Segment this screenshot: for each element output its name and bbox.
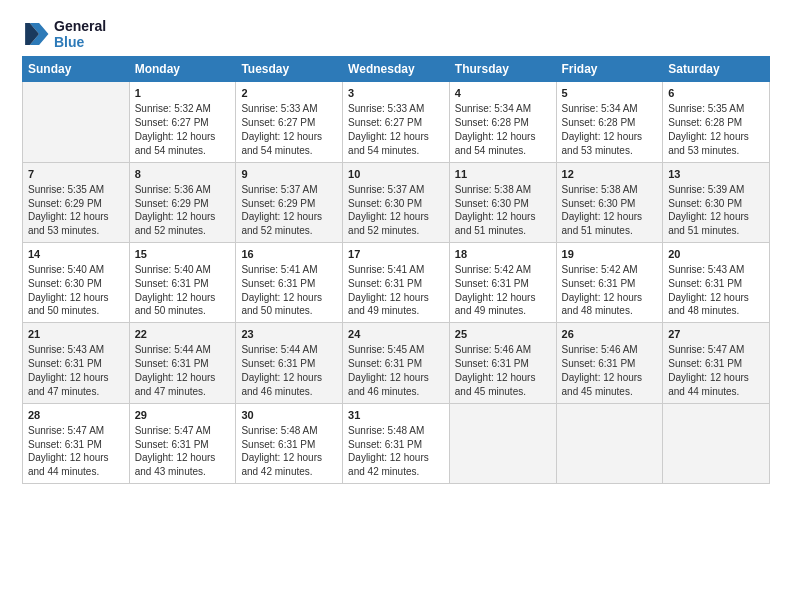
day-number: 28 bbox=[28, 408, 124, 423]
day-info: Sunrise: 5:40 AM Sunset: 6:31 PM Dayligh… bbox=[135, 263, 231, 318]
day-cell: 23Sunrise: 5:44 AM Sunset: 6:31 PM Dayli… bbox=[236, 323, 343, 403]
day-number: 6 bbox=[668, 86, 764, 101]
day-number: 9 bbox=[241, 167, 337, 182]
day-cell: 17Sunrise: 5:41 AM Sunset: 6:31 PM Dayli… bbox=[343, 242, 450, 322]
day-number: 30 bbox=[241, 408, 337, 423]
day-cell: 15Sunrise: 5:40 AM Sunset: 6:31 PM Dayli… bbox=[129, 242, 236, 322]
day-info: Sunrise: 5:43 AM Sunset: 6:31 PM Dayligh… bbox=[668, 263, 764, 318]
day-info: Sunrise: 5:38 AM Sunset: 6:30 PM Dayligh… bbox=[562, 183, 658, 238]
day-number: 19 bbox=[562, 247, 658, 262]
day-info: Sunrise: 5:44 AM Sunset: 6:31 PM Dayligh… bbox=[135, 343, 231, 398]
day-cell: 20Sunrise: 5:43 AM Sunset: 6:31 PM Dayli… bbox=[663, 242, 770, 322]
day-info: Sunrise: 5:41 AM Sunset: 6:31 PM Dayligh… bbox=[348, 263, 444, 318]
day-number: 15 bbox=[135, 247, 231, 262]
day-cell bbox=[663, 403, 770, 483]
day-info: Sunrise: 5:47 AM Sunset: 6:31 PM Dayligh… bbox=[28, 424, 124, 479]
header-cell-monday: Monday bbox=[129, 57, 236, 82]
day-number: 26 bbox=[562, 327, 658, 342]
day-cell: 30Sunrise: 5:48 AM Sunset: 6:31 PM Dayli… bbox=[236, 403, 343, 483]
day-number: 14 bbox=[28, 247, 124, 262]
day-cell: 29Sunrise: 5:47 AM Sunset: 6:31 PM Dayli… bbox=[129, 403, 236, 483]
header-cell-friday: Friday bbox=[556, 57, 663, 82]
day-number: 12 bbox=[562, 167, 658, 182]
day-info: Sunrise: 5:43 AM Sunset: 6:31 PM Dayligh… bbox=[28, 343, 124, 398]
day-cell: 14Sunrise: 5:40 AM Sunset: 6:30 PM Dayli… bbox=[23, 242, 130, 322]
week-row-5: 28Sunrise: 5:47 AM Sunset: 6:31 PM Dayli… bbox=[23, 403, 770, 483]
day-info: Sunrise: 5:48 AM Sunset: 6:31 PM Dayligh… bbox=[241, 424, 337, 479]
day-number: 3 bbox=[348, 86, 444, 101]
day-cell: 31Sunrise: 5:48 AM Sunset: 6:31 PM Dayli… bbox=[343, 403, 450, 483]
day-cell: 25Sunrise: 5:46 AM Sunset: 6:31 PM Dayli… bbox=[449, 323, 556, 403]
day-cell: 19Sunrise: 5:42 AM Sunset: 6:31 PM Dayli… bbox=[556, 242, 663, 322]
day-info: Sunrise: 5:47 AM Sunset: 6:31 PM Dayligh… bbox=[668, 343, 764, 398]
header-row: SundayMondayTuesdayWednesdayThursdayFrid… bbox=[23, 57, 770, 82]
day-number: 29 bbox=[135, 408, 231, 423]
day-cell: 27Sunrise: 5:47 AM Sunset: 6:31 PM Dayli… bbox=[663, 323, 770, 403]
day-info: Sunrise: 5:41 AM Sunset: 6:31 PM Dayligh… bbox=[241, 263, 337, 318]
day-number: 17 bbox=[348, 247, 444, 262]
header: General Blue bbox=[22, 18, 770, 50]
day-cell: 7Sunrise: 5:35 AM Sunset: 6:29 PM Daylig… bbox=[23, 162, 130, 242]
day-cell: 22Sunrise: 5:44 AM Sunset: 6:31 PM Dayli… bbox=[129, 323, 236, 403]
day-cell bbox=[449, 403, 556, 483]
logo-text: General Blue bbox=[54, 18, 106, 50]
day-number: 13 bbox=[668, 167, 764, 182]
header-cell-thursday: Thursday bbox=[449, 57, 556, 82]
day-info: Sunrise: 5:33 AM Sunset: 6:27 PM Dayligh… bbox=[348, 102, 444, 157]
day-info: Sunrise: 5:33 AM Sunset: 6:27 PM Dayligh… bbox=[241, 102, 337, 157]
day-cell: 3Sunrise: 5:33 AM Sunset: 6:27 PM Daylig… bbox=[343, 82, 450, 162]
header-cell-wednesday: Wednesday bbox=[343, 57, 450, 82]
day-cell: 4Sunrise: 5:34 AM Sunset: 6:28 PM Daylig… bbox=[449, 82, 556, 162]
day-number: 25 bbox=[455, 327, 551, 342]
day-number: 16 bbox=[241, 247, 337, 262]
day-cell: 8Sunrise: 5:36 AM Sunset: 6:29 PM Daylig… bbox=[129, 162, 236, 242]
day-number: 21 bbox=[28, 327, 124, 342]
calendar-body: 1Sunrise: 5:32 AM Sunset: 6:27 PM Daylig… bbox=[23, 82, 770, 484]
day-cell bbox=[556, 403, 663, 483]
page: General Blue SundayMondayTuesdayWednesda… bbox=[0, 0, 792, 612]
day-cell: 9Sunrise: 5:37 AM Sunset: 6:29 PM Daylig… bbox=[236, 162, 343, 242]
day-info: Sunrise: 5:38 AM Sunset: 6:30 PM Dayligh… bbox=[455, 183, 551, 238]
day-info: Sunrise: 5:36 AM Sunset: 6:29 PM Dayligh… bbox=[135, 183, 231, 238]
day-info: Sunrise: 5:34 AM Sunset: 6:28 PM Dayligh… bbox=[562, 102, 658, 157]
day-cell: 26Sunrise: 5:46 AM Sunset: 6:31 PM Dayli… bbox=[556, 323, 663, 403]
week-row-3: 14Sunrise: 5:40 AM Sunset: 6:30 PM Dayli… bbox=[23, 242, 770, 322]
day-info: Sunrise: 5:35 AM Sunset: 6:28 PM Dayligh… bbox=[668, 102, 764, 157]
calendar-table: SundayMondayTuesdayWednesdayThursdayFrid… bbox=[22, 56, 770, 484]
day-number: 11 bbox=[455, 167, 551, 182]
day-info: Sunrise: 5:35 AM Sunset: 6:29 PM Dayligh… bbox=[28, 183, 124, 238]
day-info: Sunrise: 5:37 AM Sunset: 6:29 PM Dayligh… bbox=[241, 183, 337, 238]
day-cell: 13Sunrise: 5:39 AM Sunset: 6:30 PM Dayli… bbox=[663, 162, 770, 242]
day-info: Sunrise: 5:37 AM Sunset: 6:30 PM Dayligh… bbox=[348, 183, 444, 238]
day-number: 23 bbox=[241, 327, 337, 342]
day-cell: 5Sunrise: 5:34 AM Sunset: 6:28 PM Daylig… bbox=[556, 82, 663, 162]
day-number: 27 bbox=[668, 327, 764, 342]
day-number: 8 bbox=[135, 167, 231, 182]
day-info: Sunrise: 5:45 AM Sunset: 6:31 PM Dayligh… bbox=[348, 343, 444, 398]
day-cell bbox=[23, 82, 130, 162]
logo-icon bbox=[22, 20, 50, 48]
day-cell: 2Sunrise: 5:33 AM Sunset: 6:27 PM Daylig… bbox=[236, 82, 343, 162]
header-cell-saturday: Saturday bbox=[663, 57, 770, 82]
day-number: 24 bbox=[348, 327, 444, 342]
day-number: 20 bbox=[668, 247, 764, 262]
day-cell: 28Sunrise: 5:47 AM Sunset: 6:31 PM Dayli… bbox=[23, 403, 130, 483]
day-info: Sunrise: 5:46 AM Sunset: 6:31 PM Dayligh… bbox=[562, 343, 658, 398]
day-info: Sunrise: 5:39 AM Sunset: 6:30 PM Dayligh… bbox=[668, 183, 764, 238]
day-info: Sunrise: 5:48 AM Sunset: 6:31 PM Dayligh… bbox=[348, 424, 444, 479]
day-number: 2 bbox=[241, 86, 337, 101]
day-cell: 18Sunrise: 5:42 AM Sunset: 6:31 PM Dayli… bbox=[449, 242, 556, 322]
day-number: 31 bbox=[348, 408, 444, 423]
day-info: Sunrise: 5:42 AM Sunset: 6:31 PM Dayligh… bbox=[455, 263, 551, 318]
day-cell: 11Sunrise: 5:38 AM Sunset: 6:30 PM Dayli… bbox=[449, 162, 556, 242]
day-cell: 1Sunrise: 5:32 AM Sunset: 6:27 PM Daylig… bbox=[129, 82, 236, 162]
day-cell: 12Sunrise: 5:38 AM Sunset: 6:30 PM Dayli… bbox=[556, 162, 663, 242]
day-number: 10 bbox=[348, 167, 444, 182]
day-info: Sunrise: 5:32 AM Sunset: 6:27 PM Dayligh… bbox=[135, 102, 231, 157]
week-row-2: 7Sunrise: 5:35 AM Sunset: 6:29 PM Daylig… bbox=[23, 162, 770, 242]
day-number: 5 bbox=[562, 86, 658, 101]
day-number: 22 bbox=[135, 327, 231, 342]
header-cell-tuesday: Tuesday bbox=[236, 57, 343, 82]
week-row-1: 1Sunrise: 5:32 AM Sunset: 6:27 PM Daylig… bbox=[23, 82, 770, 162]
day-info: Sunrise: 5:40 AM Sunset: 6:30 PM Dayligh… bbox=[28, 263, 124, 318]
